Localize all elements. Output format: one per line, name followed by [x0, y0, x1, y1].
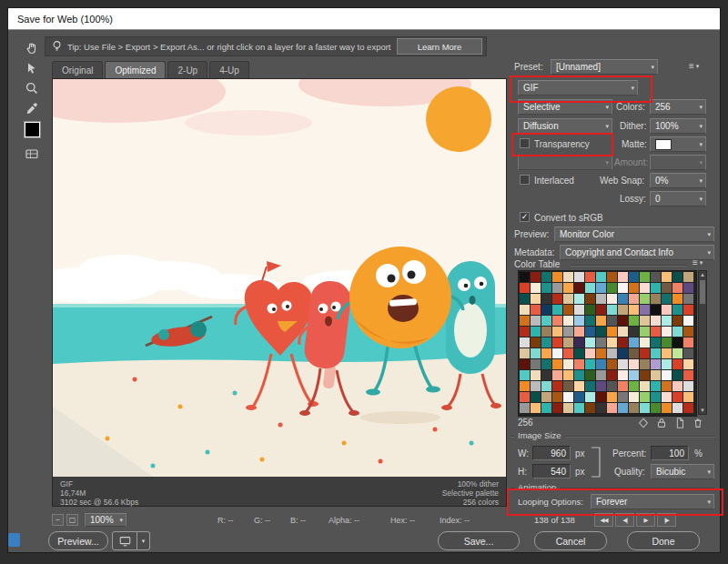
color-swatch[interactable] — [662, 392, 672, 402]
color-swatch[interactable] — [520, 392, 530, 402]
color-swatch[interactable] — [520, 327, 530, 337]
lock-color-button[interactable] — [654, 416, 669, 429]
color-swatch[interactable] — [607, 370, 617, 380]
color-swatch[interactable] — [585, 272, 595, 282]
color-swatch[interactable] — [629, 305, 639, 315]
color-swatch[interactable] — [607, 294, 617, 304]
color-swatch[interactable] — [629, 327, 639, 337]
hand-tool-button[interactable] — [23, 39, 41, 57]
color-swatch[interactable] — [531, 305, 541, 315]
dither-amount-dropdown[interactable]: 100% ▾ — [650, 118, 706, 134]
color-swatch[interactable] — [640, 392, 650, 402]
color-swatch[interactable] — [563, 348, 573, 358]
color-swatch[interactable] — [672, 370, 682, 380]
color-swatch[interactable] — [520, 283, 530, 293]
color-swatch[interactable] — [585, 348, 595, 358]
color-swatch[interactable] — [585, 359, 595, 369]
color-swatch[interactable] — [629, 283, 639, 293]
color-swatch[interactable] — [563, 272, 573, 282]
map-transparency-button[interactable] — [636, 416, 651, 429]
color-swatch[interactable] — [651, 348, 661, 358]
color-swatch[interactable] — [574, 327, 584, 337]
color-swatch[interactable] — [596, 381, 606, 391]
color-swatch[interactable] — [552, 305, 562, 315]
color-swatch[interactable] — [574, 359, 584, 369]
color-swatch[interactable] — [531, 392, 541, 402]
preset-panel-menu-button[interactable]: ≡ ▾ — [689, 61, 699, 71]
color-swatch[interactable] — [585, 327, 595, 337]
color-swatch[interactable] — [552, 294, 562, 304]
color-swatch[interactable] — [541, 305, 551, 315]
color-swatch[interactable] — [683, 370, 693, 380]
color-swatch[interactable] — [607, 403, 617, 413]
color-swatch[interactable] — [651, 283, 661, 293]
color-swatch[interactable] — [607, 348, 617, 358]
color-swatch[interactable] — [596, 283, 606, 293]
color-swatch[interactable] — [651, 381, 661, 391]
color-swatch[interactable] — [574, 316, 584, 326]
color-swatch[interactable] — [640, 327, 650, 337]
color-swatch[interactable] — [618, 294, 628, 304]
color-swatch[interactable] — [629, 337, 639, 347]
link-dimensions-icon[interactable] — [591, 445, 603, 479]
color-swatch[interactable] — [629, 370, 639, 380]
looping-options-dropdown[interactable]: Forever ▾ — [591, 494, 714, 509]
convert-srgb-checkbox[interactable]: ✓ — [520, 212, 530, 222]
color-swatch[interactable] — [563, 337, 573, 347]
color-swatch[interactable] — [574, 272, 584, 282]
optimized-preview-pane[interactable]: GIF 16,74M 3102 sec @ 56.6 Kbps 100% dit… — [52, 78, 507, 507]
color-swatch[interactable] — [574, 381, 584, 391]
color-swatch[interactable] — [618, 348, 628, 358]
color-swatch[interactable] — [574, 348, 584, 358]
color-swatch[interactable] — [640, 403, 650, 413]
color-swatch[interactable] — [585, 403, 595, 413]
color-swatch[interactable] — [596, 348, 606, 358]
preset-dropdown[interactable]: [Unnamed] ▾ — [551, 59, 658, 75]
tab-2up[interactable]: 2-Up — [167, 61, 207, 79]
eyedropper-tool-button[interactable] — [23, 99, 41, 117]
color-swatch[interactable] — [563, 359, 573, 369]
color-swatch[interactable] — [607, 392, 617, 402]
color-swatch[interactable] — [640, 370, 650, 380]
done-button[interactable]: Done — [627, 531, 700, 550]
color-swatch[interactable] — [662, 370, 672, 380]
color-swatch[interactable] — [520, 305, 530, 315]
color-swatch[interactable] — [541, 294, 551, 304]
color-swatch[interactable] — [618, 316, 628, 326]
color-swatch[interactable] — [662, 316, 672, 326]
color-swatch[interactable] — [552, 403, 562, 413]
color-swatch[interactable] — [596, 392, 606, 402]
play-button[interactable]: ▶ — [636, 513, 655, 527]
window-titlebar[interactable]: Save for Web (100%) — [8, 8, 720, 30]
color-swatch[interactable] — [531, 359, 541, 369]
color-swatch[interactable] — [541, 283, 551, 293]
color-swatch[interactable] — [531, 403, 541, 413]
color-swatch[interactable] — [585, 294, 595, 304]
color-swatch[interactable] — [640, 337, 650, 347]
color-swatch[interactable] — [541, 359, 551, 369]
color-swatch[interactable] — [683, 381, 693, 391]
color-swatch[interactable] — [672, 392, 682, 402]
color-swatch[interactable] — [618, 272, 628, 282]
color-swatch[interactable] — [596, 272, 606, 282]
quality-dropdown[interactable]: Bicubic ▾ — [651, 464, 714, 479]
percent-input[interactable]: 100 — [651, 446, 689, 460]
color-swatch[interactable] — [520, 359, 530, 369]
next-frame-button[interactable]: |▶ — [657, 513, 676, 527]
color-swatch[interactable] — [618, 337, 628, 347]
color-swatch[interactable] — [651, 327, 661, 337]
color-swatch[interactable] — [541, 370, 551, 380]
color-swatch[interactable] — [585, 337, 595, 347]
color-table-scrollbar[interactable]: ▲ ▼ — [698, 270, 707, 415]
save-button[interactable]: Save... — [438, 531, 520, 550]
color-swatch[interactable] — [552, 359, 562, 369]
tab-optimized[interactable]: Optimized — [105, 61, 166, 79]
color-swatch[interactable] — [662, 403, 672, 413]
color-swatch[interactable] — [683, 337, 693, 347]
color-swatch[interactable] — [552, 392, 562, 402]
color-swatch[interactable] — [541, 327, 551, 337]
color-swatch[interactable] — [683, 392, 693, 402]
color-swatch[interactable] — [531, 370, 541, 380]
color-swatch[interactable] — [683, 283, 693, 293]
fit-view-button[interactable]: ▢ — [66, 514, 78, 526]
